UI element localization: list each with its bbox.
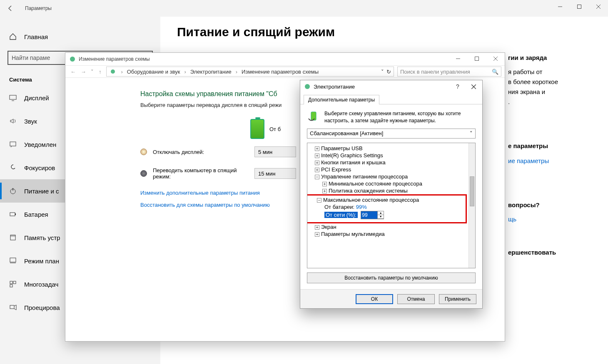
svg-rect-13 (10, 305, 14, 309)
on-ac-label[interactable]: От сети (%): (324, 212, 358, 218)
spin-down-icon[interactable]: ▼ (378, 215, 384, 219)
on-battery-label: От батареи: (324, 204, 354, 210)
right-link-1[interactable]: ие параметры (508, 156, 596, 166)
dlg-title-text: Электропитание (314, 84, 355, 90)
tree-cool[interactable]: Политика охлаждения системы (329, 188, 408, 194)
svg-rect-6 (15, 213, 16, 215)
sidebar-icon-6 (9, 234, 17, 241)
right-heading-3: вопросы? (508, 201, 596, 210)
settings-title: Параметры (25, 5, 52, 11)
row-display-dropdown[interactable]: 5 мин (254, 146, 296, 157)
cp-search-placeholder: Поиск в панели управления (400, 69, 470, 75)
home-icon (9, 33, 17, 40)
sidebar-item-label: Память устр (24, 234, 60, 241)
cp-maximize-button[interactable] (467, 53, 486, 64)
crumb-2[interactable]: Изменение параметров схемы (242, 69, 319, 75)
sleep-icon (140, 170, 147, 177)
sidebar-item-label: Режим план (24, 258, 59, 265)
dlg-close-button[interactable] (467, 82, 480, 91)
sidebar-item-label: Батарея (24, 211, 48, 218)
maximize-button[interactable] (570, 0, 589, 13)
sidebar-item-label: Дисплей (24, 94, 49, 102)
crumb-1[interactable]: Электропитание (190, 69, 232, 75)
sidebar-item-label: Многозадач (24, 281, 58, 288)
right-text-1c: ния экрана и (508, 87, 596, 97)
cp-close-button[interactable] (486, 53, 505, 64)
svg-rect-12 (10, 285, 12, 287)
sidebar-icon-1 (9, 117, 17, 125)
tree-usb[interactable]: Параметры USB (321, 145, 363, 151)
nav-fwd-icon[interactable]: → (79, 69, 88, 75)
breadcrumb-bar[interactable]: › Оборудование и звук › Электропитание ›… (106, 67, 394, 77)
right-link-2[interactable]: щь (508, 215, 596, 224)
cp-titlebar: Изменение параметров схемы (65, 53, 505, 65)
battery-icon-small (109, 68, 117, 75)
sidebar-icon-9 (9, 304, 17, 311)
svg-rect-3 (10, 142, 16, 146)
cancel-button[interactable]: Отмена (397, 294, 435, 304)
sidebar-home[interactable]: Главная (0, 25, 160, 48)
battery-icon (69, 55, 76, 63)
tree-cpu-max[interactable]: Максимальное состояние процессора (323, 197, 419, 203)
back-button[interactable] (0, 0, 21, 17)
refresh-icon[interactable]: ↻ (386, 69, 391, 75)
dlg-tabstrip: Дополнительные параметры (300, 93, 482, 104)
nav-arrows[interactable]: ← → ˅ ↑ (69, 69, 103, 75)
right-heading-1: гии и заряда (508, 53, 596, 63)
ok-button[interactable]: ОК (356, 294, 393, 304)
cp-minimize-button[interactable] (449, 53, 467, 64)
chevron-down-icon: ˅ (470, 130, 473, 136)
sidebar-item-label: Фокусиров (24, 164, 55, 171)
right-text-1a: я работы от (508, 67, 596, 77)
tree-pci[interactable]: PCI Express (321, 166, 351, 173)
row-sleep-dropdown[interactable]: 15 мин (254, 168, 296, 179)
tab-advanced[interactable]: Дополнительные параметры (304, 95, 379, 104)
cp-addressbar: ← → ˅ ↑ › Оборудование и звук › Электроп… (65, 65, 505, 78)
power-plan-combo[interactable]: Сбалансированная [Активен] ˅ (307, 129, 476, 139)
sidebar-item-label: Звук (24, 118, 37, 125)
spin-up-icon[interactable]: ▲ (378, 211, 384, 215)
svg-point-14 (70, 57, 75, 62)
close-button[interactable] (589, 0, 608, 13)
highlight-box: −Максимальное состояние процессора От ба… (307, 194, 467, 223)
cp-search-input[interactable]: Поиск в панели управления 🔍 (397, 67, 501, 77)
sidebar-icon-0 (9, 94, 17, 102)
minimize-button[interactable] (551, 0, 570, 13)
nav-dropdown-icon[interactable]: ˅ (89, 69, 95, 75)
tree-cpu[interactable]: Управление питанием процессора (321, 173, 408, 180)
settings-tree[interactable]: +Параметры USB +Intel(R) Graphics Settin… (307, 143, 476, 268)
row-display-label: Отключать дисплей: (153, 149, 249, 155)
tree-cpu-min[interactable]: Минимальное состояние процессора (329, 181, 422, 187)
tree-intel[interactable]: Intel(R) Graphics Settings (321, 152, 383, 158)
sidebar-home-label: Главная (24, 33, 48, 40)
tree-screen[interactable]: Экран (321, 224, 336, 230)
battery-col-label: От б (269, 126, 281, 132)
nav-up-icon[interactable]: ↑ (97, 69, 103, 75)
svg-rect-10 (10, 281, 12, 284)
on-battery-value[interactable]: 99% (356, 204, 367, 210)
battery-plug-icon (307, 110, 320, 124)
tree-multimedia[interactable]: Параметры мультимедиа (321, 231, 385, 237)
search-placeholder: Найти параме (12, 54, 50, 61)
search-icon: 🔍 (492, 69, 498, 75)
display-icon (140, 149, 147, 155)
nav-back-icon[interactable]: ← (69, 69, 77, 75)
svg-rect-5 (10, 213, 15, 216)
right-heading-4: ершенствовать (508, 248, 596, 258)
dropdown-icon[interactable]: ˅ (381, 69, 384, 75)
dlg-help-button[interactable]: ? (451, 82, 464, 91)
on-ac-input[interactable] (361, 211, 378, 219)
restore-defaults-button[interactable]: Восстановить параметры по умолчанию (307, 272, 476, 283)
sidebar-item-label: Проецирова (24, 304, 60, 311)
dlg-desc: Выберите схему управления питанием, кото… (307, 110, 476, 124)
right-text-1d: . (508, 97, 596, 107)
battery-big-icon (250, 119, 264, 139)
tree-scrollbar[interactable] (468, 143, 475, 268)
on-ac-spinner[interactable]: ▲▼ (361, 211, 384, 219)
crumb-0[interactable]: Оборудование и звук (127, 69, 180, 75)
tree-buttons[interactable]: Кнопки питания и крышка (321, 159, 386, 166)
apply-button[interactable]: Применить (439, 294, 476, 304)
sidebar-icon-5 (9, 210, 17, 218)
sidebar-icon-4 (9, 187, 17, 195)
sidebar-icon-3 (9, 164, 17, 171)
